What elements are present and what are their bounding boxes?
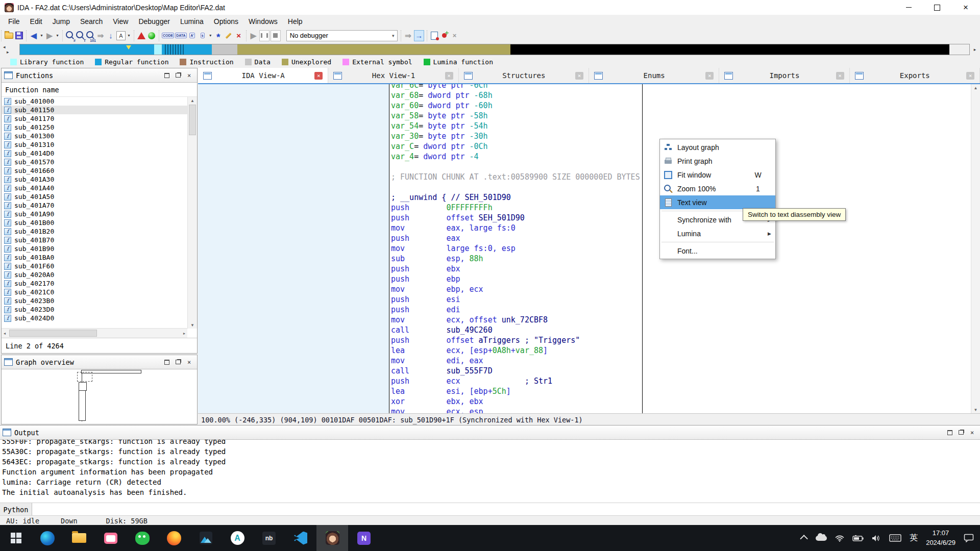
close-panel-button[interactable]: × [186,359,192,365]
navband-track[interactable] [19,44,970,55]
tab-close-icon[interactable]: × [705,72,714,80]
code-line[interactable] [391,182,642,192]
ida-view-a[interactable]: var_6C= byte ptr -6Chvar_68= dword ptr -… [198,84,980,413]
search-text-icon[interactable]: T [76,31,85,41]
function-row[interactable]: fsub_401150 [2,106,187,114]
code-line[interactable]: var_C= dword ptr -0Ch [391,141,642,152]
function-row[interactable]: fsub_401B00 [2,218,187,227]
taskbar-clock[interactable]: 17:07 2024/6/29 [926,529,955,548]
disassembly-node[interactable]: var_6C= byte ptr -6Chvar_68= dword ptr -… [389,84,643,413]
menu-debugger[interactable]: Debugger [133,16,175,27]
function-row[interactable]: fsub_401BA0 [2,253,187,262]
make-code-icon[interactable]: CODE [162,31,174,41]
function-row[interactable]: fsub_401A70 [2,201,187,210]
teal-a-app[interactable]: A [222,525,253,551]
tab-exports[interactable]: Exports× [850,68,980,83]
menu-jump[interactable]: Jump [47,16,75,27]
close-button[interactable]: × [951,0,980,15]
tab-close-icon[interactable]: × [836,72,844,80]
analysis-warning-icon[interactable] [137,31,146,41]
delete-breakpoint-icon[interactable]: × [450,31,459,41]
name-dropdown-icon[interactable]: ▾ [127,31,131,41]
function-row[interactable]: fsub_402170 [2,279,187,288]
search-values-icon[interactable]: # [65,31,75,41]
breakpoint-list-icon[interactable] [430,31,439,41]
menu-edit[interactable]: Edit [25,16,47,27]
scroll-down-icon[interactable]: ▼ [971,406,980,413]
tab-close-icon[interactable]: × [445,72,453,80]
scroll-down-icon[interactable]: ▼ [188,321,197,329]
function-row[interactable]: fsub_401000 [2,97,187,106]
function-row[interactable]: fsub_401B20 [2,227,187,236]
code-line[interactable]: push esi [391,294,642,305]
navigate-forward-icon[interactable]: ▶ [45,31,54,41]
menu-view[interactable]: View [108,16,133,27]
function-name-column-header[interactable]: Function name [2,83,197,97]
make-string-icon[interactable]: A' [188,31,197,41]
code-line[interactable]: push ebp [391,274,642,284]
analysis-status-icon[interactable] [147,31,156,41]
ida-pro[interactable] [316,525,348,551]
nb-app[interactable]: nb [253,525,285,551]
make-data-icon[interactable]: DATA [175,31,186,41]
edit-function-icon[interactable] [224,31,233,41]
code-line[interactable]: push offset SEH_501D90 [391,213,642,223]
code-line[interactable]: lea esi, [ebp+5Ch] [391,386,642,396]
function-row[interactable]: fsub_401A90 [2,210,187,218]
code-line[interactable]: var_60= dword ptr -60h [391,101,642,111]
scrollbar-thumb[interactable] [9,330,97,337]
jump-address-icon[interactable]: ⇒ [96,31,105,41]
function-row[interactable]: fsub_401A50 [2,192,187,201]
restore-panel-button[interactable] [163,72,170,79]
add-breakpoint-icon[interactable] [440,31,449,41]
code-line[interactable]: lea ecx, [esp+0A8h+var_88] [391,345,642,356]
code-line[interactable]: call sub_49C260 [391,325,642,335]
function-row[interactable]: fsub_4020A0 [2,270,187,279]
code-line[interactable]: mov ecx, offset unk_72CBF8 [391,315,642,325]
code-line[interactable]: push ebx [391,264,642,274]
create-function-icon[interactable]: * [214,31,223,41]
scrollbar-thumb[interactable] [189,105,196,135]
function-row[interactable]: fsub_401250 [2,123,187,132]
wifi-icon[interactable] [835,535,844,542]
search-immediate-icon[interactable]: 101 [86,31,95,41]
code-line[interactable]: var_6C= byte ptr -6Ch [391,84,642,90]
code-line[interactable]: push ecx ; Str1 [391,376,642,386]
functions-panel-caption[interactable]: Functions × [2,68,197,83]
function-row[interactable]: fsub_401310 [2,140,187,149]
code-line[interactable]: var_30= byte ptr -30h [391,131,642,141]
code-line[interactable]: ; FUNCTION CHUNK AT .text:00589900 SIZE … [391,172,642,182]
edge-browser[interactable] [32,525,63,551]
code-line[interactable]: mov ecx, esp [391,407,642,413]
menu-item-fit-window[interactable]: Fit windowW [660,168,775,182]
float-panel-button[interactable] [958,430,964,436]
python-input[interactable] [32,503,980,516]
navband-segment-data[interactable] [212,44,237,55]
menu-help[interactable]: Help [283,16,308,27]
minimize-button[interactable] [894,0,923,15]
file-explorer[interactable] [63,525,95,551]
save-file-icon[interactable] [14,31,23,41]
float-panel-button[interactable] [175,72,181,79]
tab-ida-view-a[interactable]: IDA View-A× [198,68,328,83]
scroll-left-icon[interactable]: ◂ [2,331,8,336]
view-vertical-scrollbar[interactable]: ▲ ▼ [971,84,980,413]
function-row[interactable]: fsub_4023D0 [2,305,187,314]
menu-windows[interactable]: Windows [243,16,283,27]
navigate-back-icon[interactable]: ◀ [29,31,38,41]
code-line[interactable]: mov large fs:0, esp [391,243,642,254]
code-line[interactable]: var_54= byte ptr -54h [391,121,642,131]
graph-overview-caption[interactable]: Graph overview × [2,355,197,369]
viewport-rectangle[interactable] [77,372,92,382]
tab-structures[interactable]: Structures× [459,68,589,83]
start-button[interactable] [0,525,32,551]
run-to-cursor-icon[interactable]: → [414,30,424,41]
function-row[interactable]: fsub_401570 [2,158,187,166]
code-line[interactable]: xor ebx, ebx [391,396,642,407]
float-panel-button[interactable] [175,359,181,365]
restore-panel-button[interactable] [946,430,953,436]
menu-lumina[interactable]: Lumina [175,16,209,27]
make-symbol-icon[interactable]: s [198,31,207,41]
python-label[interactable]: Python [0,503,32,516]
photos-app[interactable] [190,525,222,551]
